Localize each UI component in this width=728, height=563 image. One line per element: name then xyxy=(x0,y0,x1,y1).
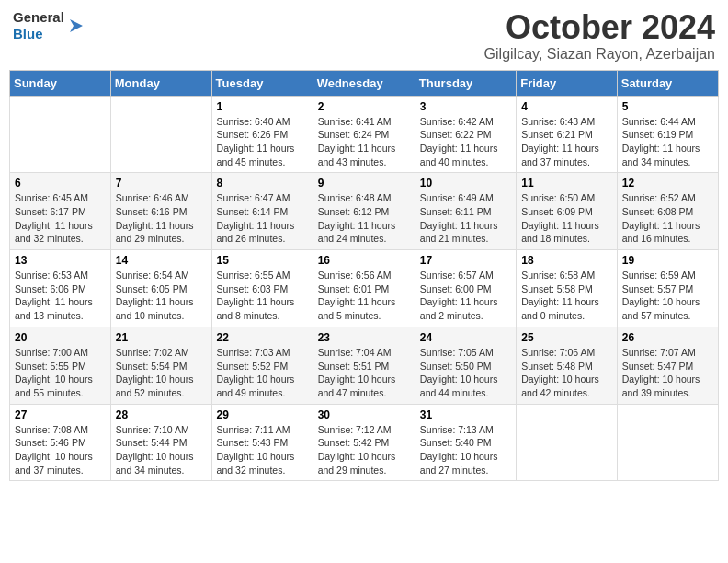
day-info: Sunrise: 6:48 AMSunset: 6:12 PMDaylight:… xyxy=(318,191,410,246)
logo-arrow-icon xyxy=(66,16,86,36)
day-number: 17 xyxy=(420,254,511,267)
day-info: Sunrise: 6:46 AMSunset: 6:16 PMDaylight:… xyxy=(116,191,207,246)
location: Gilgilcay, Siazan Rayon, Azerbaijan xyxy=(484,46,715,63)
day-cell: 24Sunrise: 7:05 AMSunset: 5:50 PMDayligh… xyxy=(415,327,516,404)
day-number: 25 xyxy=(521,331,612,344)
day-number: 23 xyxy=(318,331,410,344)
day-info: Sunrise: 6:42 AMSunset: 6:22 PMDaylight:… xyxy=(420,115,511,169)
col-header-thursday: Thursday xyxy=(415,70,516,96)
day-info: Sunrise: 6:44 AMSunset: 6:19 PMDaylight:… xyxy=(622,115,713,169)
week-row-3: 13Sunrise: 6:53 AMSunset: 6:06 PMDayligh… xyxy=(10,250,719,327)
day-cell: 8Sunrise: 6:47 AMSunset: 6:14 PMDaylight… xyxy=(211,173,313,250)
page-header: General Blue October 2024 Gilgilcay, Sia… xyxy=(9,9,719,63)
day-number: 12 xyxy=(622,177,713,190)
day-number: 31 xyxy=(420,408,511,421)
day-number: 7 xyxy=(116,177,207,190)
day-info: Sunrise: 6:57 AMSunset: 6:00 PMDaylight:… xyxy=(420,269,511,323)
day-cell: 21Sunrise: 7:02 AMSunset: 5:54 PMDayligh… xyxy=(110,327,211,404)
month-title: October 2024 xyxy=(484,9,715,46)
day-number: 15 xyxy=(217,254,308,267)
day-cell: 22Sunrise: 7:03 AMSunset: 5:52 PMDayligh… xyxy=(211,327,313,404)
day-number: 28 xyxy=(116,408,207,421)
day-cell: 28Sunrise: 7:10 AMSunset: 5:44 PMDayligh… xyxy=(110,404,211,481)
title-block: October 2024 Gilgilcay, Siazan Rayon, Az… xyxy=(484,9,715,63)
day-number: 10 xyxy=(420,177,511,190)
day-info: Sunrise: 7:07 AMSunset: 5:47 PMDaylight:… xyxy=(622,346,713,400)
day-number: 20 xyxy=(15,331,106,344)
day-cell: 31Sunrise: 7:13 AMSunset: 5:40 PMDayligh… xyxy=(415,404,516,481)
day-info: Sunrise: 6:45 AMSunset: 6:17 PMDaylight:… xyxy=(15,191,106,246)
day-cell: 11Sunrise: 6:50 AMSunset: 6:09 PMDayligh… xyxy=(517,173,618,250)
day-info: Sunrise: 7:05 AMSunset: 5:50 PMDaylight:… xyxy=(420,346,511,400)
day-number: 8 xyxy=(217,177,308,190)
day-cell: 4Sunrise: 6:43 AMSunset: 6:21 PMDaylight… xyxy=(517,96,618,173)
day-number: 14 xyxy=(116,254,207,267)
day-info: Sunrise: 7:13 AMSunset: 5:40 PMDaylight:… xyxy=(420,423,511,477)
day-number: 6 xyxy=(15,177,106,190)
day-info: Sunrise: 6:56 AMSunset: 6:01 PMDaylight:… xyxy=(318,269,410,323)
day-number: 22 xyxy=(217,331,308,344)
day-info: Sunrise: 6:40 AMSunset: 6:26 PMDaylight:… xyxy=(217,115,308,169)
day-cell: 15Sunrise: 6:55 AMSunset: 6:03 PMDayligh… xyxy=(211,250,313,327)
logo-line2: Blue xyxy=(13,26,64,42)
day-cell: 30Sunrise: 7:12 AMSunset: 5:42 PMDayligh… xyxy=(313,404,415,481)
day-info: Sunrise: 6:41 AMSunset: 6:24 PMDaylight:… xyxy=(318,115,410,169)
day-number: 29 xyxy=(217,408,308,421)
day-number: 13 xyxy=(15,254,106,267)
day-number: 9 xyxy=(318,177,410,190)
day-cell: 19Sunrise: 6:59 AMSunset: 5:57 PMDayligh… xyxy=(617,250,718,327)
day-number: 3 xyxy=(420,100,511,113)
col-header-friday: Friday xyxy=(517,70,618,96)
day-cell: 17Sunrise: 6:57 AMSunset: 6:00 PMDayligh… xyxy=(415,250,516,327)
day-number: 5 xyxy=(622,100,713,113)
day-number: 27 xyxy=(15,408,106,421)
day-number: 1 xyxy=(217,100,308,113)
day-cell: 12Sunrise: 6:52 AMSunset: 6:08 PMDayligh… xyxy=(617,173,718,250)
day-info: Sunrise: 6:52 AMSunset: 6:08 PMDaylight:… xyxy=(622,191,713,246)
col-header-tuesday: Tuesday xyxy=(211,70,313,96)
day-info: Sunrise: 6:50 AMSunset: 6:09 PMDaylight:… xyxy=(521,191,612,246)
week-row-2: 6Sunrise: 6:45 AMSunset: 6:17 PMDaylight… xyxy=(10,173,719,250)
day-info: Sunrise: 7:00 AMSunset: 5:55 PMDaylight:… xyxy=(15,346,106,400)
week-row-4: 20Sunrise: 7:00 AMSunset: 5:55 PMDayligh… xyxy=(10,327,719,404)
col-header-sunday: Sunday xyxy=(10,70,111,96)
day-cell: 2Sunrise: 6:41 AMSunset: 6:24 PMDaylight… xyxy=(313,96,415,173)
day-number: 16 xyxy=(318,254,410,267)
day-cell: 9Sunrise: 6:48 AMSunset: 6:12 PMDaylight… xyxy=(313,173,415,250)
day-info: Sunrise: 6:53 AMSunset: 6:06 PMDaylight:… xyxy=(15,269,106,323)
svg-marker-0 xyxy=(70,19,83,32)
day-info: Sunrise: 6:47 AMSunset: 6:14 PMDaylight:… xyxy=(217,191,308,246)
day-cell xyxy=(617,404,718,481)
header-row: SundayMondayTuesdayWednesdayThursdayFrid… xyxy=(10,70,719,96)
day-number: 11 xyxy=(521,177,612,190)
day-cell xyxy=(10,96,111,173)
day-info: Sunrise: 6:58 AMSunset: 5:58 PMDaylight:… xyxy=(521,269,612,323)
day-info: Sunrise: 7:03 AMSunset: 5:52 PMDaylight:… xyxy=(217,346,308,400)
day-number: 19 xyxy=(622,254,713,267)
day-info: Sunrise: 6:55 AMSunset: 6:03 PMDaylight:… xyxy=(217,269,308,323)
day-info: Sunrise: 7:02 AMSunset: 5:54 PMDaylight:… xyxy=(116,346,207,400)
day-cell: 18Sunrise: 6:58 AMSunset: 5:58 PMDayligh… xyxy=(517,250,618,327)
day-cell: 7Sunrise: 6:46 AMSunset: 6:16 PMDaylight… xyxy=(110,173,211,250)
day-cell xyxy=(517,404,618,481)
day-info: Sunrise: 6:54 AMSunset: 6:05 PMDaylight:… xyxy=(116,269,207,323)
day-info: Sunrise: 6:49 AMSunset: 6:11 PMDaylight:… xyxy=(420,191,511,246)
day-cell: 3Sunrise: 6:42 AMSunset: 6:22 PMDaylight… xyxy=(415,96,516,173)
logo-line1: General xyxy=(13,9,64,26)
day-number: 2 xyxy=(318,100,410,113)
day-number: 4 xyxy=(521,100,612,113)
day-cell: 23Sunrise: 7:04 AMSunset: 5:51 PMDayligh… xyxy=(313,327,415,404)
day-cell: 16Sunrise: 6:56 AMSunset: 6:01 PMDayligh… xyxy=(313,250,415,327)
calendar-table: SundayMondayTuesdayWednesdayThursdayFrid… xyxy=(9,70,719,482)
day-info: Sunrise: 7:12 AMSunset: 5:42 PMDaylight:… xyxy=(318,423,410,477)
day-number: 30 xyxy=(318,408,410,421)
day-number: 24 xyxy=(420,331,511,344)
day-cell: 25Sunrise: 7:06 AMSunset: 5:48 PMDayligh… xyxy=(517,327,618,404)
day-cell: 5Sunrise: 6:44 AMSunset: 6:19 PMDaylight… xyxy=(617,96,718,173)
day-number: 18 xyxy=(521,254,612,267)
day-cell: 10Sunrise: 6:49 AMSunset: 6:11 PMDayligh… xyxy=(415,173,516,250)
logo-text: General Blue xyxy=(13,9,64,42)
logo: General Blue xyxy=(13,9,86,42)
day-info: Sunrise: 6:43 AMSunset: 6:21 PMDaylight:… xyxy=(521,115,612,169)
day-info: Sunrise: 7:10 AMSunset: 5:44 PMDaylight:… xyxy=(116,423,207,477)
